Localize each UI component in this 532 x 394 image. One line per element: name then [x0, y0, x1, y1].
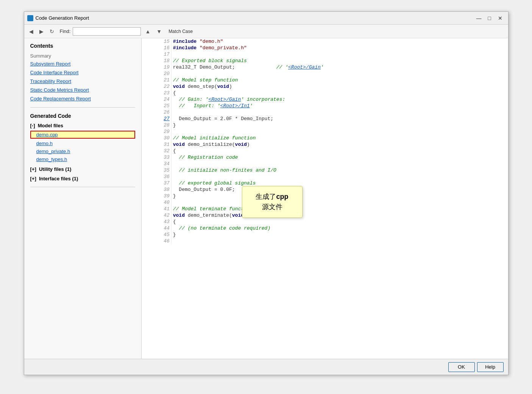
code-line: {: [171, 148, 508, 154]
code-line: real32_T Demo_Output; // '<Root>/Gain': [171, 64, 508, 70]
code-line: // initialize non-finites and I/O: [171, 167, 508, 174]
table-row: 39 }: [142, 193, 508, 199]
table-row: 28 }: [142, 122, 508, 128]
model-files-toggle[interactable]: [-]: [30, 123, 35, 128]
line-27-link[interactable]: 27: [164, 116, 170, 122]
static-code-metrics-link[interactable]: Static Code Metrics Report: [30, 87, 135, 93]
table-row: 40: [142, 199, 508, 206]
table-row: 25 // Inport: '<Root>/In1': [142, 103, 508, 109]
line-number: 43: [142, 219, 172, 225]
tooltip-bold: cpp: [276, 193, 288, 200]
main-content: Contents Summary Subsystem Report Code I…: [24, 38, 508, 359]
root-gain-link-19[interactable]: <Root>/Gain: [288, 64, 321, 70]
minimize-button[interactable]: —: [474, 14, 484, 22]
code-line: // (no terminate code required): [171, 225, 508, 231]
code-line: // Model terminate function: [171, 206, 508, 212]
forward-button[interactable]: ▶: [37, 27, 45, 36]
tooltip-line1: 生成了: [256, 193, 276, 200]
file-demo-types-h[interactable]: demo_types.h: [30, 156, 135, 163]
code-line: void demo_terminate(void): [171, 212, 508, 219]
code-line: // Exported block signals: [171, 58, 508, 64]
code-line: void demo_initialize(void): [171, 141, 508, 148]
code-line: [171, 238, 508, 244]
table-row: 17: [142, 51, 508, 58]
code-line: }: [171, 193, 508, 199]
line-number: 41: [142, 206, 172, 212]
match-case-button[interactable]: Match Case: [166, 28, 195, 35]
find-label: Find:: [60, 28, 71, 34]
code-area[interactable]: 15 #include "demo.h" 16 #include "demo_p…: [142, 38, 508, 359]
code-line: void demo_step(void): [171, 83, 508, 90]
table-row: 44 // (no terminate code required): [142, 225, 508, 231]
file-demo-cpp[interactable]: demo.cpp: [30, 131, 135, 139]
code-line: Demo_Output = 0.0F;: [171, 186, 508, 193]
line-number: 29: [142, 128, 172, 135]
table-row: 41 // Model terminate function: [142, 206, 508, 212]
file-demo-h[interactable]: demo.h: [30, 140, 135, 147]
table-row: 38 Demo_Output = 0.0F;: [142, 186, 508, 193]
line-number: 46: [142, 238, 172, 244]
code-interface-report-link[interactable]: Code Interface Report: [30, 69, 135, 76]
code-line: // Model initialize function: [171, 135, 508, 141]
window-title: Code Generation Report: [36, 15, 89, 21]
table-row: 36: [142, 174, 508, 180]
code-line: [171, 161, 508, 167]
table-row: 34: [142, 161, 508, 167]
sidebar: Contents Summary Subsystem Report Code I…: [24, 38, 142, 359]
table-row: 35 // initialize non-finites and I/O: [142, 167, 508, 174]
find-prev-button[interactable]: ▲: [143, 27, 152, 36]
titlebar-left: Code Generation Report: [27, 15, 89, 21]
line-number: 42: [142, 212, 172, 219]
maximize-button[interactable]: □: [485, 14, 495, 22]
line-number: 21: [142, 77, 172, 83]
refresh-button[interactable]: ↻: [48, 27, 56, 36]
utility-files-toggle[interactable]: [+]: [30, 166, 36, 172]
interface-files-toggle[interactable]: [+]: [30, 176, 36, 181]
line-number: 25: [142, 103, 172, 109]
table-row: 20: [142, 70, 508, 77]
line-number: 32: [142, 148, 172, 154]
table-row: 46: [142, 238, 508, 244]
code-line: #include "demo.h": [171, 38, 508, 45]
root-gain-link-24[interactable]: <Root>/Gain: [208, 97, 241, 102]
table-row: 43 {: [142, 219, 508, 225]
ok-button[interactable]: OK: [448, 362, 475, 372]
root-in1-link[interactable]: <Root>/In1: [220, 103, 250, 109]
line-number: 39: [142, 193, 172, 199]
sidebar-divider-2: [30, 187, 135, 187]
footer: OK Help: [24, 359, 508, 375]
code-line: }: [171, 231, 508, 238]
table-row: 16 #include "demo_private.h": [142, 45, 508, 51]
file-demo-private-h[interactable]: demo_private.h: [30, 148, 135, 155]
summary-link[interactable]: Summary: [30, 53, 135, 59]
titlebar-controls: — □ ✕: [474, 14, 505, 22]
code-line: [171, 51, 508, 58]
code-line: // Registration code: [171, 154, 508, 161]
close-button[interactable]: ✕: [495, 14, 505, 22]
table-row: 33 // Registration code: [142, 154, 508, 161]
code-line: // Model step function: [171, 77, 508, 83]
subsystem-report-link[interactable]: Subsystem Report: [30, 61, 135, 67]
traceability-report-link[interactable]: Traceability Report: [30, 78, 135, 84]
table-row: 21 // Model step function: [142, 77, 508, 83]
line-number: 37: [142, 180, 172, 186]
code-line: [171, 70, 508, 77]
table-row: 24 // Gain: '<Root>/Gain' incorporates:: [142, 96, 508, 103]
code-line: [171, 199, 508, 206]
back-button[interactable]: ◀: [27, 27, 35, 36]
find-input[interactable]: [73, 27, 141, 36]
line-number: 26: [142, 109, 172, 116]
line-number: 17: [142, 51, 172, 58]
table-row: 15 #include "demo.h": [142, 38, 508, 45]
help-button[interactable]: Help: [477, 362, 504, 372]
code-replacements-link[interactable]: Code Replacements Report: [30, 95, 135, 102]
find-next-button[interactable]: ▼: [154, 27, 164, 36]
interface-files-header: [+] Interface files (1): [30, 176, 135, 181]
line-number: 23: [142, 90, 172, 96]
line-number: 18: [142, 58, 172, 64]
code-line: [171, 128, 508, 135]
code-line: {: [171, 90, 508, 96]
table-row: 37 // exported global signals: [142, 180, 508, 186]
table-row: 27 Demo_Output = 2.0F * Demo_Input;: [142, 116, 508, 122]
line-number: 19: [142, 64, 172, 70]
